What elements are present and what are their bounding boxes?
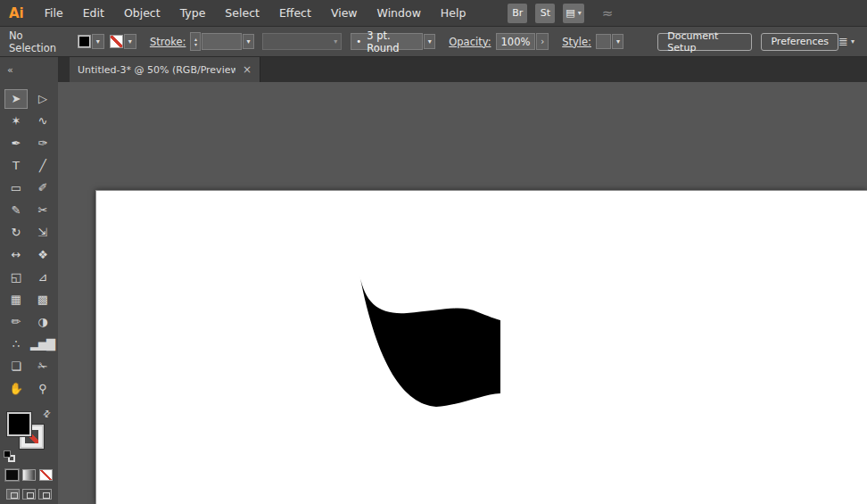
stroke-weight-dropdown-button[interactable]: ▾ (243, 34, 254, 49)
stroke-swatch-control[interactable]: ▾ (110, 34, 136, 49)
tool-panel: ➤ ▷ ✶ ∿ ✒ ✑ T ╱ ▭ ✐ ✎ ✂ ↻ ⇲ ↔ ❖ ◱ ⊿ ▦ ▩ … (0, 82, 58, 504)
curvature-tool[interactable]: ✑ (31, 134, 54, 153)
stroke-label[interactable]: Stroke: (150, 36, 186, 48)
panel-options-icon: ≣ (838, 35, 848, 48)
document-tab-title: Untitled-3* @ 50% (RGB/Preview) (78, 64, 235, 76)
column-graph-tool[interactable]: ▂▅▇ (31, 335, 54, 354)
style-dropdown-button[interactable]: ▾ (612, 34, 623, 49)
stroke-weight-input[interactable] (202, 33, 242, 50)
chevron-down-icon: ▾ (128, 37, 132, 45)
style-swatch[interactable] (596, 34, 611, 49)
draw-inside-button[interactable] (38, 489, 52, 500)
width-profile-dropdown[interactable]: ▾ (262, 33, 342, 50)
direct-selection-tool[interactable]: ▷ (31, 89, 54, 109)
blend-tool[interactable]: ◑ (31, 312, 54, 332)
selection-status: No Selection (9, 29, 72, 54)
type-tool[interactable]: T (4, 156, 28, 176)
opacity-expand-button[interactable]: › (536, 33, 549, 50)
tool-panel-header[interactable]: « (0, 57, 58, 82)
opacity-label[interactable]: Opacity: (449, 36, 491, 48)
swap-fill-stroke-icon[interactable]: ⇄ (40, 408, 53, 420)
fill-color-swatch[interactable] (78, 35, 91, 48)
mesh-tool[interactable]: ▦ (4, 290, 28, 310)
fill-stroke-widget: ⇄ (3, 410, 56, 464)
menu-effect[interactable]: Effect (269, 6, 321, 20)
draw-mode-row (6, 489, 52, 500)
workspace-icon: ▤ (566, 7, 574, 19)
selection-tool[interactable]: ➤ (4, 89, 28, 109)
shaper-tool[interactable]: ✎ (4, 201, 28, 220)
none-button[interactable] (39, 469, 53, 481)
pen-tool[interactable]: ✒ (4, 134, 28, 153)
stock-button[interactable]: St (535, 4, 555, 23)
slice-tool[interactable]: ✁ (31, 357, 54, 376)
chevron-down-icon: ▾ (428, 37, 432, 45)
chevron-down-icon: ▾ (851, 37, 855, 45)
menu-help[interactable]: Help (431, 6, 476, 20)
style-label[interactable]: Style: (562, 36, 591, 48)
stroke-weight-stepper[interactable]: ▴ ▾ (190, 32, 201, 51)
rectangle-tool[interactable]: ▭ (4, 178, 28, 198)
tool-grid: ➤ ▷ ✶ ∿ ✒ ✑ T ╱ ▭ ✐ ✎ ✂ ↻ ⇲ ↔ ❖ ◱ ⊿ ▦ ▩ … (3, 87, 56, 400)
app-logo: Ai (0, 5, 35, 21)
menu-view[interactable]: View (321, 6, 367, 20)
menu-bar: Ai File Edit Object Type Select Effect V… (0, 0, 867, 27)
fill-dropdown-button[interactable]: ▾ (92, 34, 104, 49)
scissors-tool[interactable]: ✂ (31, 201, 54, 220)
width-tool[interactable]: ↔ (4, 245, 28, 265)
menu-type[interactable]: Type (170, 6, 216, 20)
pasteboard[interactable] (58, 82, 867, 504)
control-bar: No Selection ▾ ▾ Stroke: ▴ ▾ ▾ ▾ • 3 pt.… (0, 27, 867, 57)
stroke-dropdown-button[interactable]: ▾ (124, 34, 136, 49)
gradient-tool[interactable]: ▩ (31, 290, 54, 310)
opacity-input[interactable]: 100% (496, 33, 536, 50)
color-button[interactable] (5, 469, 19, 481)
fill-swatch-control[interactable]: ▾ (78, 34, 104, 49)
paintbrush-tool[interactable]: ✐ (31, 178, 54, 198)
menu-edit[interactable]: Edit (73, 6, 114, 20)
scale-tool[interactable]: ⇲ (31, 223, 54, 243)
vector-shape-layer (96, 191, 867, 504)
brush-name: 3 pt. Round (367, 29, 417, 54)
bridge-button[interactable]: Br (508, 4, 527, 23)
hand-tool[interactable]: ✋ (4, 379, 28, 399)
free-transform-tool[interactable]: ❖ (31, 245, 54, 265)
perspective-grid-tool[interactable]: ⊿ (31, 268, 54, 287)
default-fill-icon (4, 450, 11, 458)
menu-select[interactable]: Select (215, 6, 269, 20)
shape-builder-tool[interactable]: ◱ (4, 268, 28, 287)
chevron-right-icon: › (541, 37, 544, 46)
preferences-button[interactable]: Preferences (761, 33, 838, 51)
draw-behind-button[interactable] (22, 489, 36, 500)
menu-object[interactable]: Object (114, 6, 170, 20)
document-setup-button[interactable]: Document Setup (657, 33, 752, 51)
rotate-tool[interactable]: ↻ (4, 223, 28, 243)
collapse-panel-icon: « (7, 64, 13, 76)
control-panel-flyout[interactable]: ≣ ▾ (838, 35, 855, 48)
zoom-tool[interactable]: ⚲ (31, 379, 54, 399)
brush-definition-field[interactable]: • 3 pt. Round (351, 33, 423, 50)
menu-file[interactable]: File (35, 6, 73, 20)
vector-shape[interactable] (359, 274, 500, 407)
gradient-button[interactable] (22, 469, 36, 481)
symbol-sprayer-tool[interactable]: ∴ (4, 335, 28, 354)
main-area: ➤ ▷ ✶ ∿ ✒ ✑ T ╱ ▭ ✐ ✎ ✂ ↻ ⇲ ↔ ❖ ◱ ⊿ ▦ ▩ … (0, 82, 867, 504)
draw-normal-button[interactable] (6, 489, 20, 500)
magic-wand-tool[interactable]: ✶ (4, 112, 28, 131)
artboard[interactable] (95, 190, 867, 504)
chevron-down-icon: ▾ (96, 37, 100, 45)
artboard-tool[interactable]: ❏ (4, 357, 28, 376)
close-icon[interactable]: × (243, 63, 252, 76)
default-fill-stroke-button[interactable] (4, 450, 15, 462)
eyedropper-tool[interactable]: ✏ (4, 312, 28, 332)
line-segment-tool[interactable]: ╱ (31, 156, 54, 176)
stroke-color-swatch[interactable] (110, 35, 123, 48)
tab-strip: « Untitled-3* @ 50% (RGB/Preview) × (0, 57, 867, 82)
brush-dropdown-button[interactable]: ▾ (424, 34, 435, 49)
stepper-down-icon: ▾ (194, 42, 197, 47)
workspace-switcher-button[interactable]: ▤ ▾ (563, 4, 583, 23)
document-tab[interactable]: Untitled-3* @ 50% (RGB/Preview) × (70, 57, 260, 82)
lasso-tool[interactable]: ∿ (31, 112, 54, 131)
fill-swatch[interactable] (7, 412, 31, 436)
menu-window[interactable]: Window (367, 6, 431, 20)
